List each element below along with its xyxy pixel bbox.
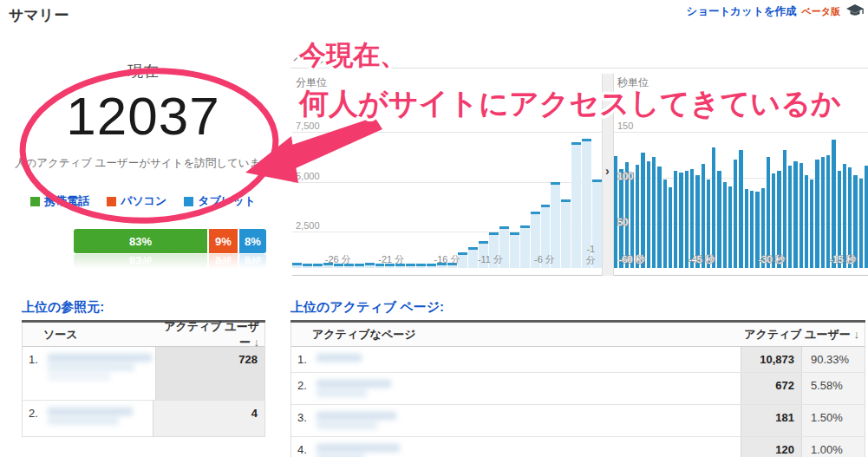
- table-row[interactable]: 3.1811.50%: [291, 405, 865, 437]
- active-users-cell: 181: [741, 405, 801, 436]
- minute-bar: [520, 225, 530, 268]
- second-bar: [810, 180, 813, 268]
- gridline-7500: [292, 132, 602, 133]
- redacted-text: [317, 354, 737, 362]
- pageviews-label: ページビュー: [293, 52, 362, 68]
- minute-bar: [365, 263, 375, 268]
- device-legend: 携帯電話パソコンタブレット: [0, 193, 286, 209]
- x-tick-label: -11 分: [478, 253, 503, 266]
- redacted-text: [48, 354, 152, 381]
- minute-bar: [510, 232, 519, 268]
- graduation-cap-icon[interactable]: [845, 3, 865, 19]
- second-bar: [674, 171, 677, 268]
- device-segment: 83%: [74, 229, 207, 253]
- second-bar: [815, 160, 819, 268]
- second-bar: [723, 182, 727, 268]
- x-tick-label: -26 分: [325, 253, 351, 266]
- table-row[interactable]: 2.6725.58%: [291, 373, 865, 405]
- redacted-text: [317, 380, 737, 397]
- rank-cell: 2.: [291, 373, 313, 404]
- per-minute-chart: 分単位 7,500 5,000 2,500 -26 分-21 分-16 分-11…: [292, 74, 602, 276]
- source-cell: [44, 401, 153, 436]
- minute-bar: [571, 142, 581, 268]
- table-row[interactable]: 2.4: [23, 401, 264, 436]
- redacted-text: [48, 408, 149, 425]
- realtime-counter-card: 現在 12037 人のアクティブ ユーザーがサイトを訪問しています 携帯電話パソ…: [0, 61, 286, 209]
- percentage-cell: 90.33%: [801, 347, 865, 372]
- second-bar: [717, 171, 721, 268]
- minute-bars: [292, 139, 602, 268]
- active-page-cell: [313, 347, 741, 372]
- rank-cell: 3.: [291, 405, 313, 436]
- device-split-bar: 83%9%8% 83%9%8%: [74, 229, 266, 268]
- active-users-cell: 4: [153, 401, 264, 436]
- per-minute-title: 分単位: [296, 75, 327, 90]
- create-shortcut-link[interactable]: ショートカットを作成: [686, 4, 796, 19]
- device-segment: 9%: [209, 229, 238, 253]
- second-bar: [728, 186, 732, 268]
- top-active-pages-table: アクティブなページ アクティブ ユーザー ↓ 1.10,87390.33%2.6…: [290, 323, 865, 457]
- x-tick-label: -21 分: [378, 253, 404, 266]
- active-page-column-header[interactable]: アクティブなページ: [291, 327, 610, 343]
- x-tick-label: -1 分: [582, 244, 599, 266]
- beta-badge: ベータ版: [801, 5, 840, 18]
- active-page-cell: [313, 373, 741, 404]
- source-column-header[interactable]: ソース: [23, 327, 161, 343]
- legend-swatch: [107, 197, 116, 206]
- active-page-cell: [313, 437, 741, 457]
- second-bar: [750, 191, 754, 268]
- per-second-title: 秒単位: [617, 75, 649, 90]
- second-bar: [652, 157, 656, 268]
- chevron-right-icon[interactable]: ›: [605, 164, 610, 178]
- second-bar: [799, 163, 803, 268]
- second-bar: [669, 187, 672, 268]
- second-bar: [826, 155, 830, 268]
- header-actions: ショートカットを作成 ベータ版: [686, 3, 865, 19]
- second-bar: [783, 150, 786, 268]
- ytick-150: 150: [617, 121, 633, 131]
- legend-swatch: [30, 197, 40, 206]
- table-row[interactable]: 1.728: [23, 347, 264, 401]
- rank-cell: 1.: [23, 347, 44, 400]
- panel-divider: [290, 68, 868, 69]
- top-active-pages-section: 上位のアクティブ ページ: アクティブなページ アクティブ ユーザー ↓ 1.1…: [290, 299, 865, 457]
- legend-item: パソコン: [107, 193, 166, 209]
- top-active-pages-heading: 上位のアクティブ ページ:: [290, 299, 865, 316]
- second-bar: [663, 180, 667, 268]
- percentage-cell: 1.00%: [801, 437, 865, 457]
- rank-cell: 2.: [23, 401, 44, 436]
- minute-bar: [416, 264, 426, 268]
- sort-desc-icon: ↓: [854, 328, 860, 341]
- legend-item: タブレット: [184, 193, 256, 209]
- table-row[interactable]: 4.1201.00%: [291, 437, 865, 457]
- reflection-fade: [70, 254, 270, 271]
- per-second-chart: 秒単位 150 100 50 -60 秒-45 秒-30 秒-15 秒: [614, 74, 868, 276]
- second-bar: [657, 166, 661, 268]
- second-bar: [767, 157, 770, 268]
- gridline-150: [614, 132, 868, 133]
- x-tick-label: -45 秒: [689, 253, 715, 266]
- x-tick-label: -6 分: [534, 253, 555, 266]
- rank-cell: 4.: [291, 437, 313, 457]
- active-users-subtitle: 人のアクティブ ユーザーがサイトを訪問しています: [0, 156, 286, 171]
- redacted-text: [317, 444, 737, 457]
- rank-cell: 1.: [291, 347, 313, 372]
- table-row[interactable]: 1.10,87390.33%: [291, 347, 865, 373]
- device-bar: 83%9%8%: [74, 229, 266, 253]
- active-users-column-header[interactable]: アクティブ ユーザー ↓: [161, 319, 264, 350]
- redacted-text: [317, 412, 737, 429]
- chart-expand-divider[interactable]: ›: [602, 74, 614, 276]
- active-page-cell: [313, 405, 741, 436]
- right-now-label: 現在: [0, 61, 286, 82]
- ytick-100: 100: [617, 171, 633, 181]
- second-bar: [821, 157, 825, 268]
- second-bar: [865, 166, 868, 268]
- x-tick-label: -15 秒: [830, 253, 856, 266]
- second-bar: [702, 164, 705, 268]
- second-bar: [843, 164, 846, 268]
- pages-header-row: アクティブなページ アクティブ ユーザー ↓: [291, 323, 865, 347]
- active-users-column-header[interactable]: アクティブ ユーザー ↓: [610, 327, 865, 343]
- second-bar: [734, 160, 737, 268]
- second-bar: [647, 161, 650, 268]
- second-bar: [805, 175, 808, 268]
